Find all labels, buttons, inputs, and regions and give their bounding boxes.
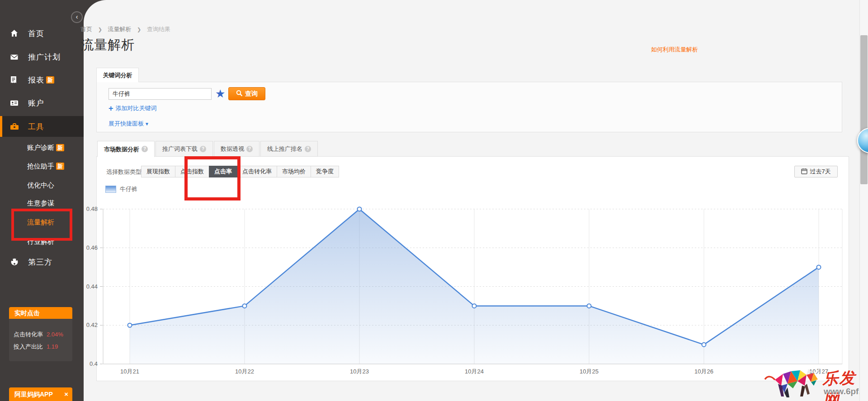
- sidebar-item-label: 账户: [28, 98, 44, 108]
- scrollbar-thumb[interactable]: [860, 35, 868, 184]
- new-badge: 新: [56, 144, 64, 151]
- tab-online-promo-rank[interactable]: 线上推广排名 ?: [260, 141, 318, 157]
- plus-icon: +: [108, 105, 113, 112]
- sidebar-item-label: 推广计划: [28, 52, 61, 62]
- sidebar-item-label: 首页: [28, 28, 44, 39]
- sub-item-label: 账户诊断: [27, 143, 54, 153]
- third-party-icon: [10, 257, 20, 266]
- sidebar-item-campaigns[interactable]: 推广计划: [0, 48, 84, 66]
- sub-item-label: 抢位助手: [27, 161, 54, 171]
- annotation-box-traffic-analysis: [11, 209, 72, 241]
- option-market-average-price[interactable]: 市场均价: [277, 166, 311, 177]
- breadcrumb-traffic-analysis[interactable]: 流量解析: [108, 26, 131, 33]
- calendar-icon: [801, 168, 807, 176]
- option-competition[interactable]: 竞争度: [311, 166, 339, 177]
- app-root: ‹ 首页 推广计划 报表 新 账户 工具 账户诊断 新 抢位助手 新 优化中心 …: [0, 0, 868, 401]
- metric-label: 投入产出比: [14, 343, 43, 350]
- metric-value: 1.19: [47, 343, 58, 350]
- report-icon: [10, 76, 20, 84]
- chart-legend[interactable]: 牛仔裤: [105, 185, 137, 193]
- sidebar-item-label: 工具: [28, 121, 44, 132]
- realtime-click-panel-header: 实时点击: [9, 307, 72, 319]
- realtime-click-panel: 点击转化率2.04% 投入产出比1.19: [9, 319, 72, 361]
- close-icon[interactable]: ×: [64, 387, 68, 401]
- legend-swatch: [105, 186, 116, 193]
- sidebar-item-home[interactable]: 首页: [0, 24, 84, 42]
- chevron-down-icon: ▼: [145, 121, 149, 126]
- sidebar-item-rank-assistant[interactable]: 抢位助手 新: [27, 161, 64, 171]
- help-icon[interactable]: ?: [200, 146, 206, 152]
- tab-promo-word-download[interactable]: 推广词表下载 ?: [156, 141, 213, 157]
- tab-label: 市场数据分析: [104, 141, 139, 157]
- how-to-use-link[interactable]: 如何利用流量解析: [651, 46, 698, 54]
- option-click-conversion-rate[interactable]: 点击转化率: [237, 166, 277, 177]
- sidebar-item-third-party[interactable]: 第三方: [0, 253, 84, 271]
- help-icon[interactable]: ?: [142, 146, 148, 152]
- annotation-box-click-rate: [184, 156, 241, 200]
- new-badge: 新: [56, 163, 64, 170]
- breadcrumb-separator: ❯: [137, 27, 141, 32]
- expand-label: 展开快捷面板: [108, 120, 144, 127]
- option-impression-index[interactable]: 展现指数: [141, 166, 175, 177]
- tab-keyword-analysis[interactable]: 关键词分析: [96, 68, 139, 82]
- page-title: 流量解析: [80, 36, 135, 54]
- keyword-input[interactable]: [108, 88, 212, 100]
- sub-item-label: 优化中心: [27, 180, 54, 190]
- tab-data-pivot[interactable]: 数据透视 ?: [214, 141, 259, 157]
- tab-market-data-analysis[interactable]: 市场数据分析 ?: [97, 141, 155, 157]
- sidebar-item-label: 第三方: [28, 257, 52, 267]
- sidebar-item-account-diagnosis[interactable]: 账户诊断 新: [27, 143, 64, 153]
- search-icon: [236, 90, 243, 98]
- scrollbar-track[interactable]: [859, 0, 868, 401]
- tab-label: 线上推广排名: [267, 141, 302, 157]
- breadcrumb-separator: ❯: [98, 27, 102, 32]
- home-icon: [10, 29, 20, 37]
- sidebar-item-reports[interactable]: 报表 新: [0, 71, 84, 89]
- favorite-star-icon[interactable]: ★: [215, 87, 225, 100]
- toolbox-icon: [10, 122, 20, 131]
- tab-label: 数据透视: [221, 141, 244, 157]
- date-range-button[interactable]: 过去7天: [794, 166, 838, 177]
- help-icon[interactable]: ?: [305, 146, 311, 152]
- alimama-app-banner[interactable]: 阿里妈妈APP ×: [9, 387, 72, 401]
- add-compare-label: 添加对比关键词: [116, 104, 157, 112]
- realtime-row: 投入产出比1.19: [14, 343, 58, 351]
- query-button-label: 查询: [245, 90, 258, 98]
- sidebar-collapse-button[interactable]: ‹: [71, 11, 83, 23]
- breadcrumb-query-result: 查询结果: [147, 26, 170, 33]
- analysis-tabs: 市场数据分析 ? 推广词表下载 ? 数据透视 ? 线上推广排名 ?: [97, 141, 319, 157]
- query-button[interactable]: 查询: [228, 87, 265, 100]
- sidebar-item-optimization-center[interactable]: 优化中心: [27, 180, 54, 190]
- add-compare-keyword-link[interactable]: + 添加对比关键词: [108, 104, 157, 112]
- sidebar-item-label: 报表: [28, 75, 44, 85]
- legend-label: 牛仔裤: [120, 185, 137, 193]
- account-icon: [10, 99, 20, 107]
- expand-quick-panel-link[interactable]: 展开快捷面板▼: [108, 120, 149, 128]
- sub-item-label: 生意参谋: [27, 198, 54, 208]
- active-indicator-bar: [0, 116, 2, 137]
- breadcrumb-home[interactable]: 首页: [80, 26, 92, 33]
- banner-label: 阿里妈妈APP: [14, 387, 53, 401]
- metric-value: 2.04%: [47, 331, 63, 338]
- help-icon[interactable]: ?: [246, 146, 253, 152]
- watermark-bull-logo: [763, 366, 826, 401]
- new-badge: 新: [46, 76, 54, 84]
- metric-label: 点击转化率: [14, 331, 43, 338]
- sidebar-item-business-advisor[interactable]: 生意参谋: [27, 198, 54, 208]
- tab-label: 推广词表下载: [162, 141, 198, 157]
- date-range-label: 过去7天: [810, 168, 830, 176]
- realtime-row: 点击转化率2.04%: [14, 331, 63, 339]
- breadcrumb: 首页 ❯ 流量解析 ❯ 查询结果: [80, 25, 170, 33]
- campaign-icon: [10, 53, 20, 61]
- sidebar-item-tools[interactable]: 工具: [0, 116, 84, 137]
- sidebar-item-account[interactable]: 账户: [0, 94, 84, 112]
